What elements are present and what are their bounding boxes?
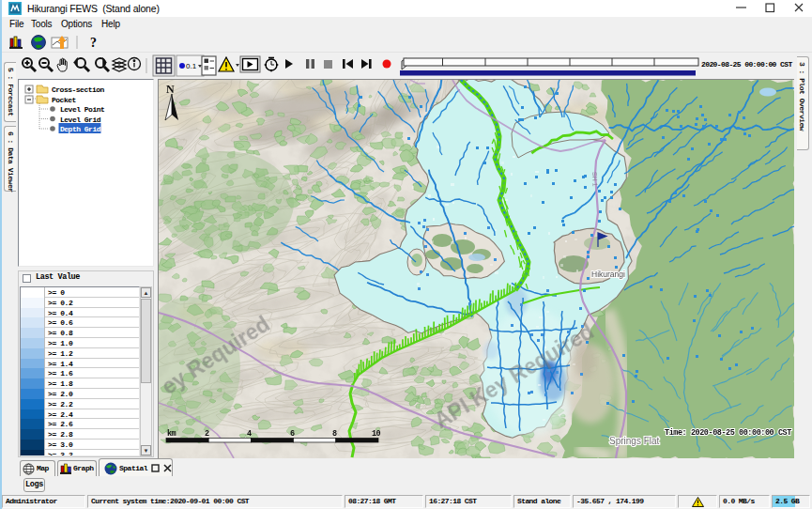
svg-text:Pocket: Pocket (52, 96, 77, 104)
svg-text:Hikurangi: Hikurangi (591, 270, 625, 279)
svg-text:Level Grid: Level Grid (60, 116, 101, 124)
svg-text:Springs Flat: Springs Flat (609, 436, 660, 446)
svg-text:Cross-section: Cross-section (52, 85, 105, 94)
svg-text:?: ? (90, 36, 97, 50)
svg-text:8: 8 (332, 429, 337, 439)
svg-text:2: 2 (205, 429, 209, 439)
svg-text:2020-08-25 00:00:00 CST: 2020-08-25 00:00:00 CST (701, 60, 792, 69)
svg-text:N: N (166, 83, 175, 96)
svg-text:4: 4 (247, 429, 252, 439)
svg-text:10: 10 (372, 429, 381, 439)
svg-text:Depth Grid: Depth Grid (60, 125, 101, 133)
svg-text:Time: 2020-08-25 00:00:00 CST: Time: 2020-08-25 00:00:00 CST (665, 428, 791, 438)
svg-text:0.1: 0.1 (186, 62, 197, 70)
svg-text:Level Point: Level Point (60, 105, 105, 114)
svg-text:6: 6 (290, 429, 295, 439)
svg-text:km: km (167, 429, 176, 439)
svg-text:SH 1: SH 1 (591, 172, 599, 187)
